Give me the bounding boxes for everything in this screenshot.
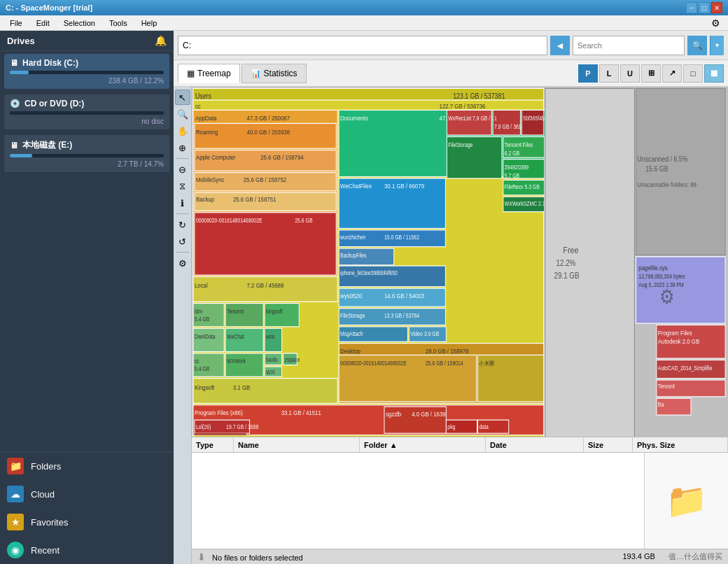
search-button[interactable]: 🔍 xyxy=(687,36,707,55)
svg-text:cc: cc xyxy=(195,102,201,110)
menu-file[interactable]: File xyxy=(4,17,28,29)
svg-text:wos: wos xyxy=(265,333,274,340)
sidebar-item-favorites[interactable]: ★ Favorites xyxy=(0,508,174,536)
svg-text:29.1 GB: 29.1 GB xyxy=(554,271,580,280)
drives-header: Drives 🔔 xyxy=(0,31,174,51)
crosshair-tool[interactable]: ⊕ xyxy=(175,140,190,155)
chart-tool[interactable]: ⧖ xyxy=(175,178,190,194)
col-type[interactable]: Type xyxy=(192,437,234,452)
tool-arrow-button[interactable]: ↗ xyxy=(662,64,682,83)
file-thumbnail: 📁 xyxy=(644,453,728,549)
treemap-area[interactable]: Users 123.1 GB / 537381 cc 122.7 GB / 53… xyxy=(192,87,728,437)
sidebar: Drives 🔔 🖥 Hard Disk (C:) 238.4 GB / 12.… xyxy=(0,31,174,564)
svg-text:Program Files (x86): Program Files (x86) xyxy=(195,409,243,416)
free-label: Free xyxy=(563,245,578,255)
svg-text:pkg: pkg xyxy=(447,424,455,431)
filter-tool[interactable]: ⊖ xyxy=(175,162,190,177)
back-button[interactable]: ◄ xyxy=(550,36,570,55)
status-bar: ⬇ No files or folders selected 193.4 GB … xyxy=(192,549,728,564)
drive-d[interactable]: 💿 CD or DVD (D:) no disc xyxy=(4,94,169,129)
minimize-button[interactable]: − xyxy=(686,2,697,13)
svg-text:Tencent Files: Tencent Files xyxy=(505,141,533,148)
svg-text:小米圈: 小米圈 xyxy=(479,360,494,367)
close-button[interactable]: ✕ xyxy=(711,2,722,13)
tool-u-button[interactable]: U xyxy=(620,64,640,83)
svg-text:zspace: zspace xyxy=(285,356,300,363)
path-input[interactable] xyxy=(178,36,547,55)
svg-text:pagefile.sys: pagefile.sys xyxy=(638,264,668,272)
svg-text:122.7 GB / 536736: 122.7 GB / 536736 xyxy=(440,102,486,110)
svg-text:wurizhichen: wurizhichen xyxy=(340,234,365,241)
rotate-tool[interactable]: ↻ xyxy=(175,217,190,232)
search-dropdown[interactable]: ▾ xyxy=(710,36,724,55)
cloud-icon: ☁ xyxy=(7,486,24,502)
strip-separator-2 xyxy=(176,213,189,214)
main-layout: Drives 🔔 🖥 Hard Disk (C:) 238.4 GB / 12.… xyxy=(0,31,728,564)
file-list-area: Type Name Folder ▲ Date Size Phys. Size … xyxy=(192,437,728,549)
search-input[interactable] xyxy=(573,36,685,55)
svg-text:data: data xyxy=(479,424,489,431)
tab-treemap[interactable]: ▦ Treemap xyxy=(178,64,240,83)
svg-text:25.6 GB: 25.6 GB xyxy=(295,217,312,224)
svg-text:15.0 GB / 11562: 15.0 GB / 11562 xyxy=(384,234,419,241)
bell-icon[interactable]: 🔔 xyxy=(155,35,167,46)
svg-text:13.3 GB / 53784: 13.3 GB / 53784 xyxy=(384,312,420,319)
tool-grid-button[interactable]: ⊞ xyxy=(641,64,661,83)
col-date[interactable]: Date xyxy=(486,437,584,452)
col-name[interactable]: Name xyxy=(234,437,360,452)
sidebar-item-folders[interactable]: 📁 Folders xyxy=(0,452,174,480)
tool-hatch-button[interactable]: ▦ xyxy=(704,64,724,83)
svg-text:WeChatFiles: WeChatFiles xyxy=(340,183,372,190)
svg-text:123.1 GB / 537381: 123.1 GB / 537381 xyxy=(453,92,505,100)
col-phys-size[interactable]: Phys. Size xyxy=(633,437,728,452)
treemap-svg: Users 123.1 GB / 537381 cc 122.7 GB / 53… xyxy=(192,87,728,437)
drive-d-bar-bg xyxy=(10,111,164,115)
rotate2-tool[interactable]: ↺ xyxy=(175,234,190,249)
tab-statistics[interactable]: 📊 Statistics xyxy=(241,64,307,83)
svg-text:FileStorage: FileStorage xyxy=(448,141,472,148)
svg-text:25.6 GB / 158752: 25.6 GB / 158752 xyxy=(244,176,287,183)
status-left: ⬇ No files or folders selected xyxy=(197,551,303,563)
svg-text:6.2 GB: 6.2 GB xyxy=(505,150,519,157)
folders-label: Folders xyxy=(31,461,61,472)
svg-text:WeChat: WeChat xyxy=(227,333,244,340)
drive-c[interactable]: 🖥 Hard Disk (C:) 238.4 GB / 12.2% xyxy=(4,54,169,89)
svg-rect-52 xyxy=(193,379,337,404)
window-controls: − □ ✕ xyxy=(686,2,722,13)
drive-e-bar-bg xyxy=(10,154,164,157)
menu-tools[interactable]: Tools xyxy=(104,17,133,29)
status-far: 值…什么值得买 xyxy=(668,552,722,561)
tool-strip: ↖ 🔍 ✋ ⊕ ⊖ ⧖ ℹ ↻ ↺ ⚙ xyxy=(174,87,192,564)
drive-d-icon: 💿 xyxy=(10,99,20,108)
svg-text:00008020-001614801468002E: 00008020-001614801468002E xyxy=(340,360,407,367)
svg-text:30.1 GB / 66079: 30.1 GB / 66079 xyxy=(384,183,424,190)
tool-l-button[interactable]: L xyxy=(599,64,619,83)
svg-text:7.2 GB / 45688: 7.2 GB / 45688 xyxy=(247,281,284,289)
sidebar-item-cloud[interactable]: ☁ Cloud xyxy=(0,480,174,508)
folders-icon: 📁 xyxy=(7,458,24,474)
cursor-tool[interactable]: ↖ xyxy=(175,90,190,105)
menu-edit[interactable]: Edit xyxy=(31,17,55,29)
info-tool[interactable]: ℹ xyxy=(175,195,190,211)
settings-gear-icon[interactable]: ⚙ xyxy=(707,16,724,30)
statistics-tab-label: Statistics xyxy=(264,69,298,78)
maximize-button[interactable]: □ xyxy=(699,2,710,13)
col-folder[interactable]: Folder ▲ xyxy=(360,437,486,452)
svg-text:Video: Video xyxy=(410,330,422,337)
col-size[interactable]: Size xyxy=(584,437,633,452)
svg-text:15.6 GB: 15.6 GB xyxy=(645,165,668,174)
menu-selection[interactable]: Selection xyxy=(58,17,101,29)
svg-rect-44 xyxy=(225,353,263,376)
menu-help[interactable]: Help xyxy=(136,17,163,29)
tool-p-button[interactable]: P xyxy=(578,64,598,83)
treemap-tab-icon: ▦ xyxy=(187,69,195,78)
settings-tool[interactable]: ⚙ xyxy=(175,255,190,271)
sidebar-item-recent[interactable]: ◉ Recent xyxy=(0,536,174,564)
tool-square-button[interactable]: □ xyxy=(683,64,703,83)
svg-text:FileRecv 5.3 GB: FileRecv 5.3 GB xyxy=(505,184,540,191)
svg-text:19.7 GB / 3588: 19.7 GB / 3588 xyxy=(226,424,258,431)
zoom-tool[interactable]: 🔍 xyxy=(175,106,190,122)
file-list-body: 📁 xyxy=(192,453,728,549)
pan-tool[interactable]: ✋ xyxy=(175,123,190,139)
drive-e[interactable]: 🖥 本地磁盘 (E:) 2.7 TB / 14.7% xyxy=(4,135,169,172)
